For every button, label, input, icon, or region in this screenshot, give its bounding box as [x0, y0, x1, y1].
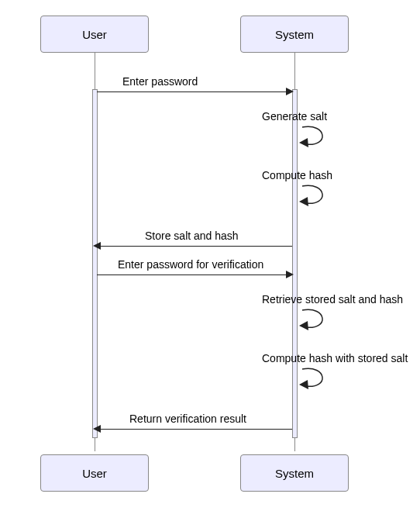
message-arrow [97, 274, 286, 275]
svg-marker-1 [299, 197, 308, 206]
message-label: Store salt and hash [145, 230, 239, 242]
activation-user [92, 89, 98, 438]
message-arrow [101, 246, 292, 247]
participant-label: User [82, 467, 107, 480]
svg-marker-0 [299, 138, 308, 147]
svg-marker-3 [299, 380, 308, 389]
participant-label: System [275, 28, 314, 41]
participant-system-bottom: System [240, 454, 349, 492]
activation-system [292, 89, 298, 438]
message-label: Enter password for verification [118, 258, 263, 271]
message-label: Retrieve stored salt and hash [262, 293, 403, 306]
message-label: Generate salt [262, 110, 327, 123]
self-loop-icon [298, 366, 333, 396]
message-label: Return verification result [129, 413, 246, 425]
arrow-head-icon [93, 242, 101, 250]
arrow-head-icon [286, 271, 294, 278]
participant-user-bottom: User [40, 454, 149, 492]
message-arrow [97, 91, 286, 92]
self-loop-icon [298, 124, 333, 154]
sequence-diagram: User System Enter password Generate salt… [0, 0, 420, 511]
message-label: Enter password [122, 75, 198, 88]
self-loop-icon [298, 307, 333, 337]
message-arrow [101, 429, 292, 430]
message-label: Compute hash [262, 169, 332, 181]
participant-label: User [82, 28, 107, 41]
arrow-head-icon [286, 88, 294, 95]
participant-user-top: User [40, 16, 149, 53]
message-label: Compute hash with stored salt [262, 352, 408, 364]
svg-marker-2 [299, 321, 308, 330]
arrow-head-icon [93, 425, 101, 433]
participant-system-top: System [240, 16, 349, 53]
participant-label: System [275, 467, 314, 480]
self-loop-icon [298, 183, 333, 213]
